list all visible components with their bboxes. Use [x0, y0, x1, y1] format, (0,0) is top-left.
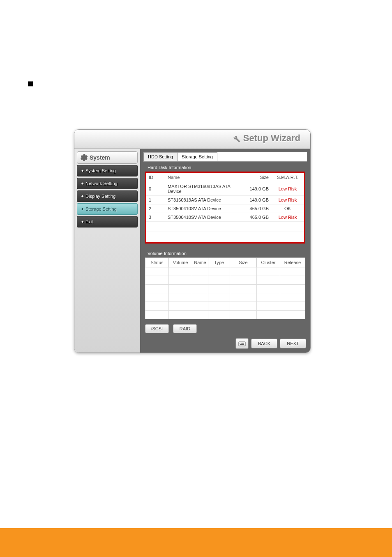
- cell-name: ST3500410SV ATA Device: [165, 213, 240, 222]
- sidebar-item-storage-setting[interactable]: Storage Setting: [77, 203, 138, 215]
- volume-empty-row: [145, 267, 305, 276]
- bullet-square: [28, 81, 33, 86]
- main-panel: HDD Setting Storage Setting Hard Disk In…: [140, 149, 310, 353]
- raid-button[interactable]: RAID: [173, 324, 197, 333]
- vcol-type: Type: [208, 258, 230, 267]
- cell-size: 465.0 GB: [240, 213, 271, 222]
- sidebar-header: System: [77, 151, 138, 164]
- col-name: Name: [165, 173, 240, 182]
- storage-panel: Hard Disk Information ID Name Size S.M.A…: [143, 162, 307, 335]
- back-button[interactable]: BACK: [251, 339, 277, 348]
- hdd-empty-row: [146, 232, 304, 242]
- sidebar-item-exit[interactable]: Exit: [77, 216, 138, 227]
- cell-smart: Low Risk: [271, 196, 304, 204]
- volume-empty-row: [145, 285, 305, 293]
- dialog-title-container: Setup Wizard: [231, 133, 300, 144]
- sidebar-item-system-setting[interactable]: System Setting: [77, 165, 138, 176]
- hdd-row[interactable]: 1 ST3160813AS ATA Device 149.0 GB Low Ri…: [146, 196, 304, 204]
- vcol-release: Release: [280, 258, 305, 267]
- footer-bar: [0, 528, 392, 557]
- cell-id: 1: [146, 196, 165, 204]
- cell-id: 0: [146, 182, 165, 196]
- volume-section-title: Volume Information: [143, 244, 307, 258]
- col-size: Size: [240, 173, 271, 182]
- cell-name: MAXTOR STM3160813AS ATA Device: [165, 182, 240, 196]
- tabs: HDD Setting Storage Setting: [143, 152, 307, 162]
- svg-rect-3: [242, 343, 243, 343]
- sidebar-item-label: Network Setting: [85, 181, 118, 186]
- hdd-row[interactable]: 2 ST3500410SV ATA Device 465.0 GB OK: [146, 204, 304, 213]
- hdd-info-box: ID Name Size S.M.A.R.T. 0 MAXTOR STM3160…: [145, 172, 305, 244]
- tab-hdd-setting[interactable]: HDD Setting: [143, 152, 178, 161]
- iscsi-button[interactable]: iSCSI: [145, 324, 169, 333]
- vcol-size: Size: [230, 258, 257, 267]
- dialog-header: Setup Wizard: [74, 130, 310, 149]
- svg-rect-4: [243, 343, 244, 343]
- cell-id: 3: [146, 213, 165, 222]
- hdd-row[interactable]: 0 MAXTOR STM3160813AS ATA Device 149.0 G…: [146, 182, 304, 196]
- cell-size: 149.0 GB: [240, 182, 271, 196]
- keyboard-icon: [238, 341, 246, 346]
- cell-smart: Low Risk: [271, 213, 304, 222]
- keyboard-button[interactable]: [235, 338, 249, 349]
- vcol-name: Name: [192, 258, 208, 267]
- volume-empty-row: [145, 302, 305, 311]
- vcol-status: Status: [145, 258, 169, 267]
- cell-name: ST3500410SV ATA Device: [165, 204, 240, 213]
- sidebar-item-display-setting[interactable]: Display Setting: [77, 190, 138, 202]
- sidebar-item-network-setting[interactable]: Network Setting: [77, 178, 138, 189]
- svg-rect-2: [241, 343, 242, 343]
- next-button[interactable]: NEXT: [280, 339, 306, 348]
- col-smart: S.M.A.R.T.: [271, 173, 304, 182]
- gears-icon: [80, 153, 88, 162]
- cell-name: ST3160813AS ATA Device: [165, 196, 240, 204]
- dialog-body: System System Setting Network Setting Di…: [74, 149, 310, 353]
- svg-rect-1: [240, 343, 240, 343]
- setup-wizard-dialog: Setup Wizard System System Setting Netwo…: [74, 129, 311, 353]
- cell-smart: OK: [271, 204, 304, 213]
- cell-id: 2: [146, 204, 165, 213]
- cell-size: 149.0 GB: [240, 196, 271, 204]
- volume-info-box: Status Volume Name Type Size Cluster Rel…: [145, 258, 305, 319]
- button-row: iSCSI RAID: [143, 319, 307, 335]
- col-id: ID: [146, 173, 165, 182]
- hdd-table: ID Name Size S.M.A.R.T. 0 MAXTOR STM3160…: [146, 173, 304, 242]
- cell-size: 465.0 GB: [240, 204, 271, 213]
- volume-empty-row: [145, 293, 305, 302]
- sidebar-header-label: System: [90, 154, 110, 161]
- tab-storage-setting[interactable]: Storage Setting: [177, 152, 217, 161]
- vcol-volume: Volume: [169, 258, 192, 267]
- svg-rect-5: [240, 344, 244, 345]
- wrench-icon: [231, 133, 241, 143]
- footer-buttons: BACK NEXT: [235, 338, 306, 349]
- sidebar-item-label: System Setting: [85, 168, 116, 173]
- volume-empty-row: [145, 276, 305, 285]
- hdd-empty-row: [146, 222, 304, 232]
- hdd-row[interactable]: 3 ST3500410SV ATA Device 465.0 GB Low Ri…: [146, 213, 304, 222]
- hdd-section-title: Hard Disk Information: [143, 162, 307, 172]
- sidebar-item-label: Storage Setting: [85, 207, 117, 211]
- volume-table: Status Volume Name Type Size Cluster Rel…: [145, 258, 305, 319]
- svg-rect-0: [239, 342, 245, 346]
- volume-empty-row: [145, 311, 305, 319]
- dialog-title: Setup Wizard: [243, 133, 300, 144]
- sidebar: System System Setting Network Setting Di…: [74, 149, 140, 353]
- sidebar-item-label: Exit: [85, 219, 93, 224]
- cell-smart: Low Risk: [271, 182, 304, 196]
- sidebar-item-label: Display Setting: [85, 194, 115, 199]
- vcol-cluster: Cluster: [257, 258, 280, 267]
